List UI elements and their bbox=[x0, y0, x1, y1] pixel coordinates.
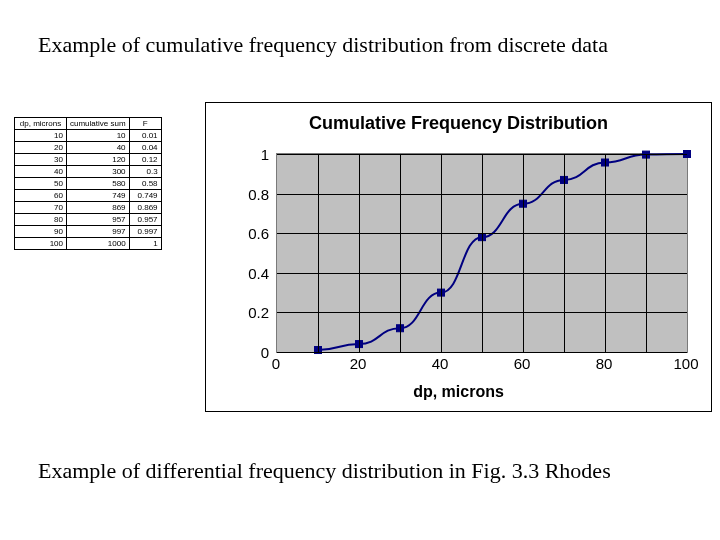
grid-line bbox=[400, 154, 401, 352]
chart-xtick: 40 bbox=[432, 355, 449, 372]
table-cell: 997 bbox=[67, 226, 130, 238]
chart-ytick: 0.4 bbox=[248, 264, 269, 281]
chart-title: Cumulative Frequency Distribution bbox=[206, 113, 711, 134]
table-cell: 50 bbox=[15, 178, 67, 190]
table-row: 809570.957 bbox=[15, 214, 162, 226]
grid-line bbox=[277, 352, 687, 353]
table-cell: 749 bbox=[67, 190, 130, 202]
page-heading-top: Example of cumulative frequency distribu… bbox=[38, 32, 608, 58]
table-cell: 0.3 bbox=[129, 166, 161, 178]
table-cell: 1000 bbox=[67, 238, 130, 250]
chart-xtick: 0 bbox=[272, 355, 280, 372]
chart-xtick: 80 bbox=[596, 355, 613, 372]
table-cell: 1 bbox=[129, 238, 161, 250]
table-cell: 300 bbox=[67, 166, 130, 178]
table-cell: 100 bbox=[15, 238, 67, 250]
chart-plot-area: 00.20.40.60.81 bbox=[276, 153, 688, 353]
table-cell: 40 bbox=[15, 166, 67, 178]
table-row: 909970.997 bbox=[15, 226, 162, 238]
table-header-row: dp, micronscumulative sumF bbox=[15, 118, 162, 130]
grid-line bbox=[605, 154, 606, 352]
chart-xlabel: dp, microns bbox=[206, 383, 711, 401]
table-header-cell: cumulative sum bbox=[67, 118, 130, 130]
table-cell: 869 bbox=[67, 202, 130, 214]
table-row: 607490.749 bbox=[15, 190, 162, 202]
table-cell: 0.01 bbox=[129, 130, 161, 142]
table-cell: 580 bbox=[67, 178, 130, 190]
chart-xtick: 100 bbox=[673, 355, 698, 372]
table-cell: 0.957 bbox=[129, 214, 161, 226]
chart-ytick: 1 bbox=[261, 146, 269, 163]
table-row: 505800.58 bbox=[15, 178, 162, 190]
table-cell: 120 bbox=[67, 154, 130, 166]
data-table: dp, micronscumulative sumF 10100.0120400… bbox=[14, 117, 162, 250]
table-header-cell: dp, microns bbox=[15, 118, 67, 130]
chart-xtick: 60 bbox=[514, 355, 531, 372]
grid-line bbox=[564, 154, 565, 352]
table-row: 20400.04 bbox=[15, 142, 162, 154]
grid-line bbox=[482, 154, 483, 352]
grid-line bbox=[318, 154, 319, 352]
chart-ytick: 0 bbox=[261, 344, 269, 361]
table-cell: 0.869 bbox=[129, 202, 161, 214]
grid-line bbox=[646, 154, 647, 352]
chart-xtick-wrap: 020406080100 bbox=[276, 355, 686, 375]
table-cell: 30 bbox=[15, 154, 67, 166]
chart-xtick: 20 bbox=[350, 355, 367, 372]
table-cell: 40 bbox=[67, 142, 130, 154]
grid-line bbox=[359, 154, 360, 352]
table-cell: 70 bbox=[15, 202, 67, 214]
table-row: 10100.01 bbox=[15, 130, 162, 142]
table-cell: 957 bbox=[67, 214, 130, 226]
table-cell: 80 bbox=[15, 214, 67, 226]
table-cell: 20 bbox=[15, 142, 67, 154]
table-row: 403000.3 bbox=[15, 166, 162, 178]
table-cell: 0.04 bbox=[129, 142, 161, 154]
page-heading-bottom: Example of differential frequency distri… bbox=[38, 458, 611, 484]
table-row: 10010001 bbox=[15, 238, 162, 250]
chart-container: Cumulative Frequency Distribution 00.20.… bbox=[205, 102, 712, 412]
table-cell: 90 bbox=[15, 226, 67, 238]
chart-ytick: 0.2 bbox=[248, 304, 269, 321]
table-cell: 60 bbox=[15, 190, 67, 202]
chart-ytick: 0.6 bbox=[248, 225, 269, 242]
table-header-cell: F bbox=[129, 118, 161, 130]
grid-line bbox=[523, 154, 524, 352]
table-cell: 0.997 bbox=[129, 226, 161, 238]
chart-line bbox=[318, 154, 687, 350]
table-cell: 0.12 bbox=[129, 154, 161, 166]
table-row: 301200.12 bbox=[15, 154, 162, 166]
table-cell: 10 bbox=[15, 130, 67, 142]
table-cell: 0.58 bbox=[129, 178, 161, 190]
table-cell: 10 bbox=[67, 130, 130, 142]
table-row: 708690.869 bbox=[15, 202, 162, 214]
table-cell: 0.749 bbox=[129, 190, 161, 202]
chart-ytick: 0.8 bbox=[248, 185, 269, 202]
grid-line bbox=[441, 154, 442, 352]
